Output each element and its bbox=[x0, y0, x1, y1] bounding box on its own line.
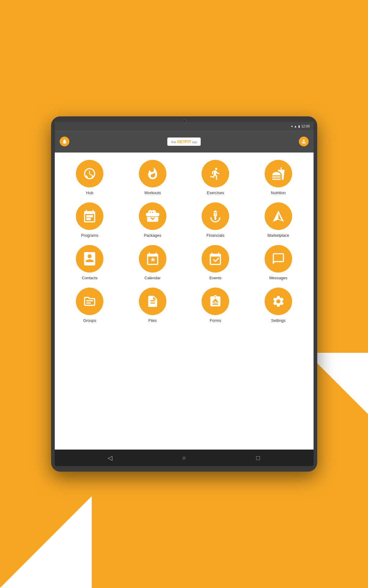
calendar-star-icon bbox=[146, 252, 159, 266]
calendar-grid-icon bbox=[83, 209, 96, 223]
main-content: Hub Workouts bbox=[55, 153, 314, 450]
nutrition-icon-circle bbox=[265, 160, 292, 187]
status-time: 12:00 bbox=[301, 124, 310, 128]
settings-icon-circle bbox=[265, 288, 292, 315]
logo-text: that GETFIT app bbox=[171, 139, 197, 144]
events-icon-circle bbox=[202, 245, 229, 273]
grid-item-programs[interactable]: Programs bbox=[61, 202, 119, 238]
user-avatar[interactable] bbox=[299, 137, 309, 146]
grid-item-events[interactable]: Events bbox=[187, 245, 245, 280]
contacts-label: Contacts bbox=[82, 276, 98, 280]
money-bag-icon bbox=[209, 209, 222, 223]
chat-icon bbox=[272, 252, 285, 266]
home-button[interactable]: ○ bbox=[178, 452, 190, 464]
forms-icon-circle bbox=[202, 288, 229, 315]
files-icon-circle bbox=[139, 288, 166, 315]
tablet-device: ▾ ▲ ▮ 12:00 that GETFIT app bbox=[51, 116, 317, 472]
app-logo: that GETFIT app bbox=[167, 138, 201, 146]
marketplace-icon-circle bbox=[265, 202, 292, 230]
workouts-label: Workouts bbox=[144, 190, 161, 195]
tablet-screen: ▾ ▲ ▮ 12:00 that GETFIT app bbox=[55, 122, 314, 466]
grid-item-files[interactable]: Files bbox=[124, 288, 182, 323]
grid-item-nutrition[interactable]: Nutrition bbox=[249, 160, 307, 195]
packages-icon-circle bbox=[139, 202, 166, 230]
programs-label: Programs bbox=[81, 233, 98, 238]
status-icons: ▾ ▲ ▮ 12:00 bbox=[291, 124, 310, 128]
top-bar-right bbox=[299, 137, 309, 146]
gear-icon bbox=[272, 295, 285, 308]
runner-icon bbox=[209, 167, 222, 180]
grid-item-contacts[interactable]: Contacts bbox=[61, 245, 119, 280]
gift-heart-icon bbox=[146, 209, 159, 223]
hub-icon-circle bbox=[76, 160, 103, 187]
back-button[interactable]: ◁ bbox=[104, 452, 116, 464]
clipboard-icon bbox=[209, 295, 222, 308]
fire-icon bbox=[146, 167, 159, 180]
nutrition-label: Nutrition bbox=[271, 190, 286, 195]
contact-card-icon bbox=[83, 252, 96, 266]
grid-item-settings[interactable]: Settings bbox=[249, 288, 307, 323]
grid-item-packages[interactable]: Packages bbox=[124, 202, 182, 238]
signal-icon: ▲ bbox=[294, 125, 297, 128]
grid-item-calendar[interactable]: Calendar bbox=[124, 245, 182, 280]
programs-icon-circle bbox=[76, 202, 103, 230]
bottom-nav: ◁ ○ □ bbox=[55, 450, 314, 466]
financials-icon-circle bbox=[202, 202, 229, 230]
status-bar: ▾ ▲ ▮ 12:00 bbox=[55, 122, 314, 130]
hub-label: Hub bbox=[86, 190, 93, 195]
top-bar: that GETFIT app bbox=[55, 130, 314, 153]
messages-icon-circle bbox=[265, 245, 292, 273]
messages-label: Messages bbox=[269, 276, 287, 280]
calendar-icon-circle bbox=[139, 245, 166, 273]
groups-icon-circle bbox=[76, 288, 103, 315]
top-bar-left bbox=[60, 137, 69, 146]
fork-knife-icon bbox=[272, 167, 285, 180]
file-icon bbox=[146, 295, 159, 308]
notification-icon[interactable] bbox=[60, 137, 69, 146]
calendar-check-icon bbox=[209, 252, 222, 266]
files-label: Files bbox=[148, 318, 157, 323]
grid-item-marketplace[interactable]: Marketplace bbox=[249, 202, 307, 238]
grid-item-workouts[interactable]: Workouts bbox=[124, 160, 182, 195]
recent-button[interactable]: □ bbox=[252, 452, 264, 464]
packages-label: Packages bbox=[144, 233, 161, 238]
contacts-icon-circle bbox=[76, 245, 103, 273]
marketplace-label: Marketplace bbox=[267, 233, 289, 238]
grid-item-forms[interactable]: Forms bbox=[187, 288, 245, 323]
grid-item-financials[interactable]: Financials bbox=[187, 202, 245, 238]
grid-item-hub[interactable]: Hub bbox=[61, 160, 119, 195]
financials-label: Financials bbox=[206, 233, 225, 238]
forms-label: Forms bbox=[210, 318, 221, 323]
settings-label: Settings bbox=[271, 318, 285, 323]
grid-item-messages[interactable]: Messages bbox=[249, 245, 307, 280]
folders-icon bbox=[83, 295, 96, 308]
calendar-label: Calendar bbox=[144, 276, 161, 280]
grid-item-groups[interactable]: Groups bbox=[61, 288, 119, 323]
wifi-icon: ▾ bbox=[291, 125, 293, 128]
exercises-label: Exercises bbox=[207, 190, 224, 195]
tablet-camera bbox=[183, 119, 186, 123]
groups-label: Groups bbox=[83, 318, 96, 323]
workouts-icon-circle bbox=[139, 160, 166, 187]
events-label: Events bbox=[209, 276, 221, 280]
send-icon bbox=[272, 209, 285, 223]
grid-item-exercises[interactable]: Exercises bbox=[187, 160, 245, 195]
speedometer-icon bbox=[83, 167, 96, 180]
exercises-icon-circle bbox=[202, 160, 229, 187]
app-grid: Hub Workouts bbox=[61, 160, 307, 323]
battery-icon: ▮ bbox=[298, 125, 300, 128]
